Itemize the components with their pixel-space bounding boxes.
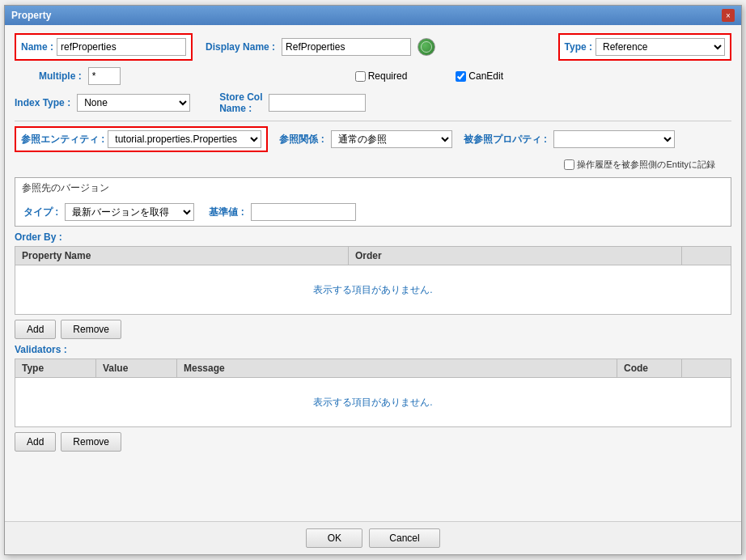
validators-col-message: Message [177,359,617,377]
order-by-table-header: Property Name Order [15,247,731,265]
ok-button[interactable]: OK [306,528,362,548]
validators-remove-button[interactable]: Remove [61,432,121,452]
can-edit-checkbox[interactable] [456,71,466,82]
globe-button[interactable] [418,38,435,56]
display-name-label: Display Name : [206,41,275,53]
version-base-input[interactable] [251,203,356,221]
property-dialog: Property × Name : Display Name : Type : … [4,5,742,555]
validators-col-extra [682,359,731,377]
name-label: Name : [21,41,53,53]
validators-col-type: Type [15,359,96,377]
type-label: Type : [565,41,592,53]
validators-label: Validators : [15,344,731,355]
version-section-inner: タイプ : 最新バージョンを取得 基準値 : [15,198,731,226]
order-by-btn-row: Add Remove [15,320,731,339]
cancel-button[interactable]: Cancel [369,528,439,548]
version-type-label: タイプ : [23,206,58,219]
validators-col-code: Code [617,359,682,377]
row-ref-entity: 参照エンティティ : tutorial.properties.Propertie… [15,126,731,152]
multiple-input[interactable] [88,67,121,85]
display-name-input[interactable] [282,38,411,56]
close-button[interactable]: × [722,9,735,22]
can-edit-label: CanEdit [468,70,503,82]
dialog-content: Name : Display Name : Type : Reference M… [5,25,741,521]
ref-entity-label: 参照エンティティ : [21,133,104,146]
order-by-add-button[interactable]: Add [15,320,56,339]
ref-rel-select[interactable]: 通常の参照 [331,130,452,148]
index-type-select[interactable]: None [77,94,190,112]
name-group: Name : [15,33,193,61]
validators-btn-row: Add Remove [15,432,731,452]
name-input[interactable] [57,38,186,56]
divider1 [15,121,731,121]
store-col-input[interactable] [269,94,366,112]
ref-rel-label: 参照関係 : [279,133,324,146]
index-type-label: Index Type : [15,97,70,108]
version-type-select[interactable]: 最新バージョンを取得 [65,203,194,221]
can-edit-checkbox-label[interactable]: CanEdit [456,70,503,82]
log-checkbox-label[interactable]: 操作履歴を被参照側のEntityに記録 [564,159,715,171]
version-section-title: 参照先のバージョン [15,178,731,198]
order-by-col-property: Property Name [15,247,349,265]
multiple-label: Multiple : [39,70,82,82]
required-checkbox[interactable] [355,71,366,82]
log-checkbox[interactable] [564,159,574,170]
version-base-label: 基準値 : [209,206,244,219]
row-multiple: Multiple : Required CanEdit [39,67,731,85]
ref-prop-label: 被参照プロパティ : [464,133,547,146]
ref-entity-select[interactable]: tutorial.properties.Properties [108,130,261,148]
type-group: Type : Reference [558,33,731,61]
log-label: 操作履歴を被参照側のEntityに記録 [577,159,715,171]
validators-col-value: Value [96,359,177,377]
order-by-remove-button[interactable]: Remove [61,320,121,339]
order-by-empty-message: 表示する項目がありません. [313,283,432,297]
validators-empty-message: 表示する項目がありません. [313,396,432,409]
type-select[interactable]: Reference [596,38,725,56]
order-by-table-body: 表示する項目がありません. [15,265,731,314]
order-by-table: Property Name Order 表示する項目がありません. [15,246,731,315]
row-name-type: Name : Display Name : Type : Reference [15,33,731,61]
row-index: Index Type : None Store ColName : [15,91,731,114]
title-bar: Property × [5,6,741,25]
ref-entity-group: 参照エンティティ : tutorial.properties.Propertie… [15,126,268,152]
order-by-label: Order By : [15,231,731,243]
validators-add-button[interactable]: Add [15,432,56,452]
required-checkbox-label[interactable]: Required [355,70,408,82]
store-col-label: Store ColName : [219,91,262,114]
dialog-footer: OK Cancel [5,521,741,554]
row-log: 操作履歴を被参照側のEntityに記録 [15,159,715,171]
validators-table: Type Value Message Code 表示する項目がありません. [15,358,731,427]
required-label: Required [368,70,408,82]
order-by-col-extra [682,247,731,265]
version-section: 参照先のバージョン タイプ : 最新バージョンを取得 基準値 : [15,177,731,227]
ref-prop-select[interactable] [553,130,675,148]
validators-table-body: 表示する項目がありません. [15,378,731,426]
validators-table-header: Type Value Message Code [15,359,731,378]
order-by-col-order: Order [349,247,682,265]
dialog-title: Property [11,10,51,21]
